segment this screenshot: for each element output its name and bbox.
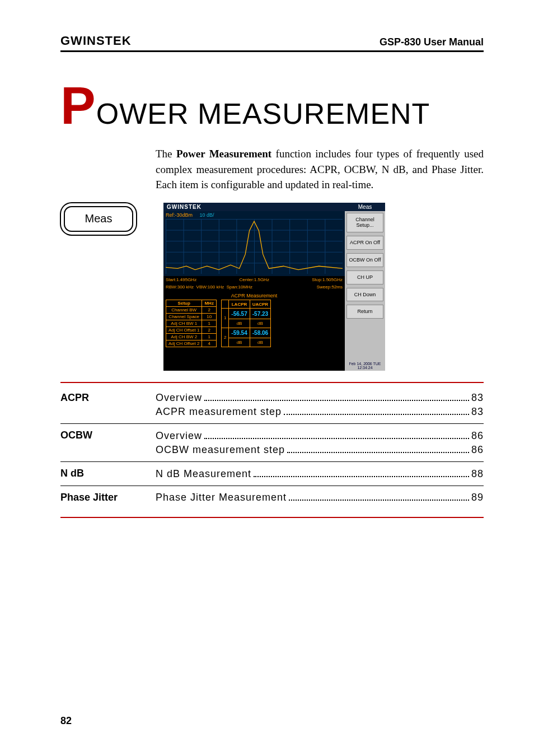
- menu-acpr: ACPR On Off: [346, 236, 383, 250]
- toc-section: Phase JitterPhase Jitter Measurement 89: [60, 489, 484, 506]
- toc-section-label: Phase Jitter: [60, 489, 156, 503]
- page-number: 82: [60, 715, 72, 727]
- toc-leader-dots: [204, 392, 469, 401]
- setup-table: SetupMHz Channel BW2 Channel Space10 Adj…: [166, 300, 217, 347]
- scr-brand: GWINSTEK: [163, 203, 345, 211]
- divider-thin: [60, 423, 484, 424]
- toc-entry-text: ACPR measurement step: [156, 406, 282, 418]
- toc-section: N dBN dB Measurement 88: [60, 465, 484, 482]
- title-dropcap: P: [60, 76, 96, 135]
- toc-entry-text: Overview: [156, 392, 202, 404]
- menu-header: Meas: [345, 203, 385, 211]
- toc-entry: Phase Jitter Measurement 89: [156, 492, 484, 503]
- menu-channel-setup: Channel Setup...: [346, 213, 383, 233]
- toc-entry-page: 89: [471, 492, 484, 503]
- toc-section-label: OCBW: [60, 427, 156, 441]
- toc-section: OCBWOverview 86OCBW measurement step 86: [60, 427, 484, 458]
- menu-ocbw: OCBW On Off: [346, 253, 383, 267]
- timestamp: Feb 14, 2006 TUE 12:34:24: [345, 361, 385, 371]
- scr-measurement-panel: ACPR Measurement SetupMHz Channel BW2 Ch…: [163, 291, 345, 371]
- scr-info-row-2: RBW:300 kHz VBW:100 kHz Span:10MHz Sweep…: [163, 283, 345, 291]
- divider-thin: [60, 461, 484, 462]
- device-screenshot: GWINSTEK Ref:-30dBm 10 dB/ Start:1.495GH…: [163, 203, 385, 371]
- toc-section-label: N dB: [60, 465, 156, 479]
- toc-entry-text: Phase Jitter Measurement: [156, 492, 287, 503]
- toc-entry: Overview 83: [156, 392, 484, 404]
- divider-red: [60, 382, 484, 383]
- toc-leader-dots: [284, 406, 469, 415]
- divider-red: [60, 517, 484, 518]
- toc-section: ACPROverview 83ACPR measurement step 83: [60, 390, 484, 421]
- toc-leader-dots: [254, 468, 469, 477]
- scr-info-row-1: Start:1.495GHz Center:1.5GHz Stop:1.505G…: [163, 276, 345, 283]
- toc-entry: N dB Measurement 88: [156, 468, 484, 479]
- manual-title: GSP-830 User Manual: [380, 36, 484, 48]
- menu-return: Return: [346, 305, 383, 319]
- toc-leader-dots: [287, 444, 469, 453]
- toc-entry-text: OCBW measurement step: [156, 444, 285, 456]
- toc-entry: OCBW measurement step 86: [156, 444, 484, 456]
- brand-logo: GWINSTEK: [60, 34, 132, 48]
- title-rest: OWER MEASUREMENT: [96, 97, 430, 130]
- toc-leader-dots: [289, 492, 469, 501]
- acpr-table: LACPRUACPR 1 -56.57 -57.23 dBdB 2 -59.54…: [221, 300, 271, 347]
- toc-entry-page: 86: [471, 444, 484, 456]
- intro-paragraph: The Power Measurement function includes …: [156, 146, 484, 193]
- page-header: GWINSTEK GSP-830 User Manual: [60, 34, 484, 52]
- spectrum-trace-icon: [166, 219, 343, 276]
- menu-ch-down: CH Down: [346, 288, 383, 302]
- toc-entry-text: N dB Measurement: [156, 468, 251, 480]
- divider-thin: [60, 486, 484, 486]
- scr-softkey-menu: Meas Channel Setup... ACPR On Off OCBW O…: [345, 203, 385, 371]
- menu-ch-up: CH UP: [346, 270, 383, 284]
- toc-entry-page: 88: [471, 468, 484, 480]
- toc-entry-text: Overview: [156, 430, 202, 442]
- meas-keycap: Meas: [64, 206, 133, 232]
- toc-section-label: ACPR: [60, 390, 156, 404]
- toc-entry: Overview 86: [156, 430, 484, 441]
- toc-entry-page: 83: [471, 392, 484, 404]
- toc-entry: ACPR measurement step 83: [156, 406, 484, 418]
- chapter-title: POWER MEASUREMENT: [60, 97, 484, 130]
- scr-graph: Ref:-30dBm 10 dB/: [163, 211, 345, 276]
- toc-entry-page: 86: [471, 430, 484, 442]
- toc-leader-dots: [204, 430, 469, 438]
- toc-entry-page: 83: [471, 406, 484, 418]
